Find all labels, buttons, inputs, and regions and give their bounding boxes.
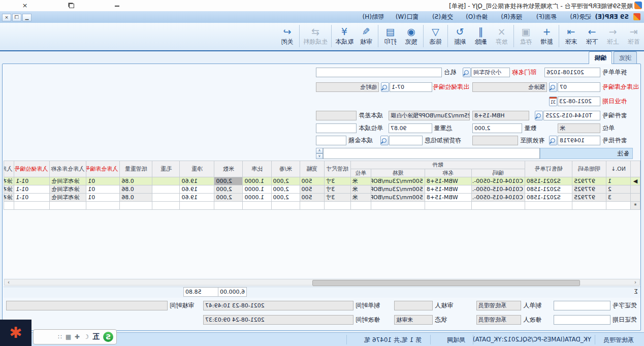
col-header-gross[interactable]: 毛重 (152, 161, 180, 177)
cost-amount-input[interactable] (316, 136, 346, 145)
col-header-core_size[interactable]: 纸管尺寸 (324, 161, 350, 177)
cell-so[interactable]: S2021-1580 (525, 185, 572, 194)
cell-so[interactable]: S2021-1580 (525, 194, 572, 202)
cell-m_per_roll[interactable]: 2,000 (271, 185, 300, 194)
cell-barcode[interactable]: 977925 (572, 194, 606, 202)
cell-empty-core_size[interactable] (324, 202, 350, 210)
cell-gross[interactable] (152, 177, 180, 185)
cell-ratio[interactable]: 1.0000 (243, 194, 271, 202)
menu-item-0[interactable]: 记录(R) (566, 13, 595, 21)
cell-loc_code[interactable]: 01-1 (14, 194, 50, 202)
col-header-wh_code[interactable]: 入库仓库编号 (86, 161, 120, 177)
cell-meters[interactable]: 2,000 (214, 177, 243, 185)
ime-menu-icon[interactable]: ∷ (58, 333, 62, 340)
calendar-button[interactable]: 31 (549, 97, 557, 106)
delete-button[interactable]: ‖删除 (470, 24, 491, 49)
cell-unit[interactable]: 米 (350, 194, 371, 202)
kit-code-input[interactable]: T0144-015-2225 (543, 111, 600, 120)
mdi-close-button[interactable]: × (2, 14, 11, 21)
col-header-code[interactable]: 编码 (471, 169, 525, 177)
cell-ratio[interactable]: 1.0000 (243, 185, 271, 194)
cell-loc_name[interactable]: 涂布车间仓 (4, 185, 14, 194)
new-row[interactable]: * (4, 202, 640, 210)
cell-code[interactable]: C0104-015-0500-... (471, 177, 525, 185)
scrollbar-thumb[interactable] (312, 280, 580, 286)
cell-loc_name[interactable]: 涂布车间仓 (4, 194, 14, 202)
audit-button[interactable]: ✎审核 (356, 24, 376, 49)
cell-name[interactable]: WBM-15+8 (425, 177, 471, 185)
cell-empty-barcode[interactable] (572, 202, 606, 210)
col-header-width[interactable]: 宽幅 (300, 161, 324, 177)
cell-core_wt[interactable]: 0.86 (120, 185, 152, 194)
cell-empty-wh_name[interactable] (50, 202, 86, 210)
dept-input[interactable]: 小分切车间 (471, 68, 510, 77)
cell-empty-code[interactable] (471, 202, 525, 210)
cell-net[interactable]: 19.60 (180, 185, 214, 194)
dept-lookup-button[interactable] (463, 68, 471, 77)
cell-barcode[interactable]: 977925 (572, 177, 606, 185)
cell-loc_code[interactable]: 01-1 (14, 177, 50, 185)
cell-m_per_roll[interactable]: 2,000 (271, 194, 300, 202)
cell-name[interactable]: WBM-15+8 (425, 185, 471, 194)
col-header-barcode[interactable]: 明细条码 (572, 161, 606, 177)
cell-wh_code[interactable]: 01 (86, 177, 120, 185)
cell-net[interactable]: 19.60 (180, 177, 214, 185)
inv-info-lookup-button[interactable] (380, 136, 389, 145)
cell-spec[interactable]: 500mm/23um/BOPP... (371, 194, 425, 202)
cell-width[interactable]: 500 (300, 194, 324, 202)
cell-wh_name[interactable]: 涂布车间仓 (50, 194, 86, 202)
ime-keyboard-icon[interactable]: ▦ (66, 333, 71, 340)
minimize-button[interactable] (110, 2, 125, 10)
spin-down-button[interactable]: ∨ (316, 153, 323, 159)
col-header-so[interactable]: 销售订单号 (525, 161, 572, 177)
menu-item-s9erp[interactable]: S9 ERP(E) (591, 13, 633, 21)
cell-empty-loc_name[interactable] (4, 202, 14, 210)
cell-barcode[interactable]: 977925 (572, 185, 606, 194)
memo-input[interactable] (323, 148, 540, 159)
cell-unit[interactable]: 米 (350, 185, 371, 194)
cell-loc_code[interactable]: 01-1 (14, 185, 50, 194)
cell-m_per_roll[interactable]: 2,000 (271, 177, 300, 185)
close-button[interactable]: × (17, 2, 33, 10)
cell-empty-net[interactable] (180, 202, 214, 210)
cell-unit[interactable]: 米 (350, 177, 371, 185)
out-wh-lookup-button[interactable] (549, 82, 557, 92)
last-record-button[interactable]: ⇥末张 (561, 24, 582, 49)
spin-up-button[interactable]: ∧ (316, 148, 323, 153)
col-header-unit[interactable]: 单位 (350, 169, 371, 177)
machine-input[interactable] (316, 68, 442, 77)
restore-button[interactable] (64, 3, 79, 11)
out-loc-lookup-button[interactable] (381, 82, 389, 92)
col-header-loc_code[interactable]: 入库储位编号 (14, 161, 50, 177)
cell-empty-meters[interactable] (214, 202, 243, 210)
col-header-net[interactable]: 净重 (180, 161, 214, 177)
col-header-ratio[interactable]: 比率 (243, 161, 271, 177)
total-weight-input[interactable]: 90.87 (389, 123, 432, 133)
print-button[interactable]: ▤打印 (380, 24, 401, 49)
filter-button[interactable]: ▽筛选 (425, 24, 446, 49)
tab-edit[interactable]: 编辑 (589, 51, 612, 64)
scroll-right-arrow[interactable]: › (5, 279, 12, 286)
cell-gross[interactable] (152, 194, 180, 202)
cell-ratio[interactable]: 1.0000 (243, 177, 271, 185)
cell-width[interactable]: 500 (300, 177, 324, 185)
table-row[interactable]: 2977925S2021-1580C0104-015-0500-...WBM-1… (4, 185, 640, 194)
col-header-loc_name[interactable]: 入库储位 (4, 161, 14, 177)
ime-moon-icon[interactable]: ☾ (83, 333, 89, 340)
refresh-button[interactable]: ↻刷新 (449, 24, 470, 49)
table-row[interactable]: 3977925S2021-1580C0104-015-0500-...WBM-1… (4, 194, 640, 202)
menu-item-2[interactable]: 报表(R) (497, 13, 526, 21)
menu-item-3[interactable]: 操作(O) (462, 13, 492, 21)
mdi-restore-button[interactable]: ❒ (12, 14, 21, 21)
out-loc-input[interactable]: 07-1 (390, 82, 432, 92)
menu-item-1[interactable]: 界面(F) (532, 13, 561, 21)
cell-core_size[interactable]: 3寸 (324, 194, 350, 202)
cell-net[interactable]: 19.60 (180, 194, 214, 202)
cell-empty-spec[interactable] (371, 202, 425, 210)
col-header-core_wt[interactable]: 纸管重量 (120, 161, 152, 177)
cell-name[interactable]: WBM-15+8 (425, 194, 471, 202)
horizontal-scrollbar[interactable]: ‹ › (4, 279, 640, 286)
col-header-name[interactable]: 名称 (425, 169, 471, 177)
kit-batch-input[interactable]: 1049718 (558, 136, 600, 145)
cell-wh_code[interactable]: 01 (86, 194, 120, 202)
